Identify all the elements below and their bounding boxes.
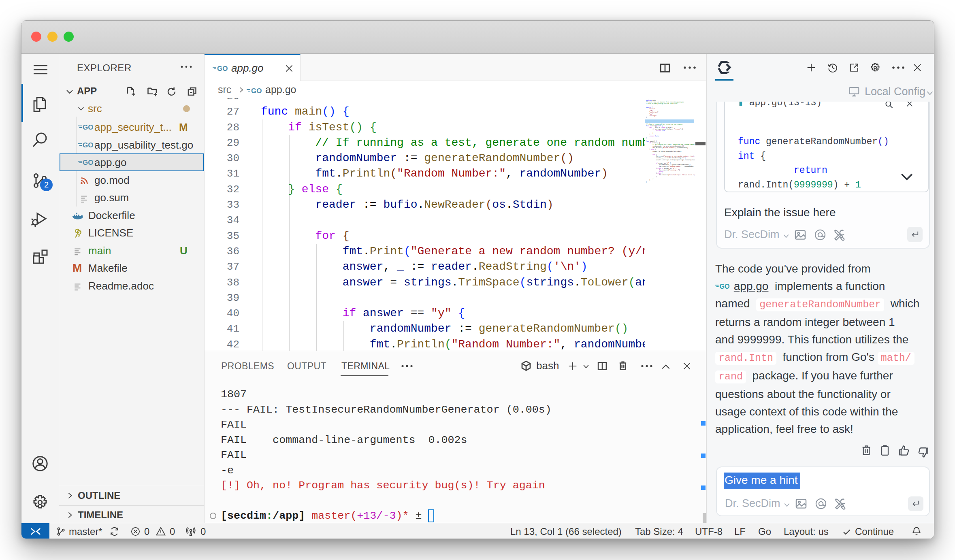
- svg-text:GO: GO: [83, 141, 93, 149]
- svg-text:GO: GO: [217, 65, 228, 72]
- svg-text:GO: GO: [251, 87, 262, 95]
- svg-text:GO: GO: [719, 283, 729, 290]
- svg-text:GO: GO: [83, 159, 93, 166]
- svg-text:GO: GO: [83, 123, 93, 131]
